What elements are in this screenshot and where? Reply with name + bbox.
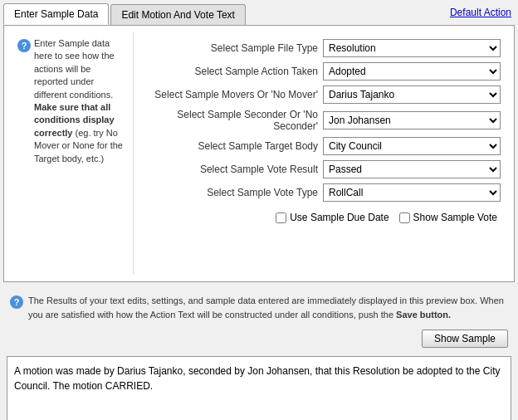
vote-result-select[interactable]: Passed Failed Tied [323,160,501,178]
tab-edit-motion[interactable]: Edit Motion And Vote Text [110,4,246,25]
checkboxes-row: Use Sample Due Date Show Sample Vote [144,212,501,223]
preview-box: A motion was made by Darius Tajanko, sec… [7,356,511,420]
mover-row: Select Sample Movers Or 'No Mover' Dariu… [144,85,501,104]
file-type-row: Select Sample File Type Resolution Ordin… [144,39,501,57]
show-sample-vote-item: Show Sample Vote [399,212,497,223]
show-sample-button[interactable]: Show Sample [422,330,508,348]
vote-type-select[interactable]: RollCall Voice Vote Unanimous [323,183,501,202]
target-body-select[interactable]: City Council None Planning Commission [323,137,501,155]
show-sample-vote-label: Show Sample Vote [413,212,497,223]
tab-enter-sample[interactable]: Enter Sample Data [3,3,109,25]
form-area: Select Sample File Type Resolution Ordin… [134,32,507,275]
seconder-row: Select Sample Seconder Or 'No Seconder' … [144,109,501,132]
tabs-bar: Enter Sample Data Edit Motion And Vote T… [3,3,515,25]
tab-panel: ? Enter Sample data here to see how the … [3,25,515,282]
target-body-label: Select Sample Target Body [144,140,318,152]
target-body-row: Select Sample Target Body City Council N… [144,137,501,155]
main-container: Enter Sample Data Edit Motion And Vote T… [0,0,518,420]
vote-result-label: Select Sample Vote Result [144,164,318,175]
vote-type-label: Select Sample Vote Type [144,187,318,198]
help-icon: ? [17,39,31,52]
seconder-select[interactable]: Jon Johansen No Seconder Darius Tajanko [323,111,501,129]
mover-select[interactable]: Darius Tajanko No Mover Jon Johansen [323,85,501,104]
action-taken-select[interactable]: Adopted Failed Tabled Postponed [323,62,501,81]
file-type-label: Select Sample File Type [144,42,318,54]
sidebar: ? Enter Sample data here to see how the … [11,32,134,275]
info-text: The Results of your text edits, settings… [28,294,508,321]
use-due-date-item: Use Sample Due Date [276,212,388,223]
sidebar-description: Enter Sample data here to see how the ac… [34,37,126,165]
sidebar-help: ? Enter Sample data here to see how the … [17,37,126,165]
info-section: ? The Results of your text edits, settin… [3,289,515,326]
default-action-link[interactable]: Default Action [450,7,511,18]
action-taken-label: Select Sample Action Taken [144,66,318,77]
info-help-icon: ? [10,295,23,309]
show-sample-vote-checkbox[interactable] [399,212,410,223]
use-due-date-checkbox[interactable] [276,212,286,223]
mover-label: Select Sample Movers Or 'No Mover' [144,89,318,100]
vote-type-row: Select Sample Vote Type RollCall Voice V… [144,183,501,202]
use-due-date-label: Use Sample Due Date [290,212,388,223]
seconder-label: Select Sample Seconder Or 'No Seconder' [144,109,318,132]
vote-result-row: Select Sample Vote Result Passed Failed … [144,160,501,178]
file-type-select[interactable]: Resolution Ordinance Minutes Agenda [323,39,501,57]
show-sample-area: Show Sample [3,326,515,351]
action-taken-row: Select Sample Action Taken Adopted Faile… [144,62,501,81]
